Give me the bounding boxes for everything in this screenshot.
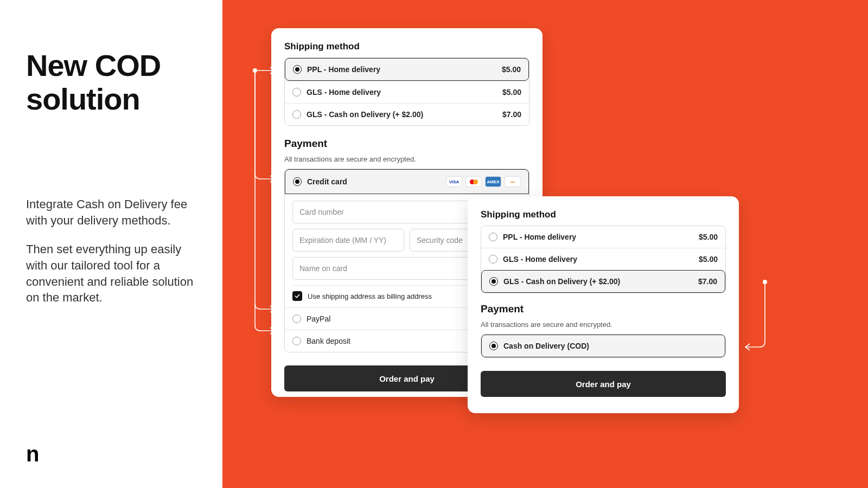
checkbox-checked-icon <box>292 291 302 301</box>
hero-title: New COD solution <box>26 49 222 115</box>
hero-paragraph-2: Then set everything up easily with our t… <box>26 241 194 306</box>
payment-title-a: Payment <box>284 138 529 150</box>
payment-title-b: Payment <box>481 303 726 315</box>
visa-icon: VISA <box>446 176 462 187</box>
shipping-option-price: $5.00 <box>502 88 521 97</box>
radio-selected-icon <box>293 177 302 186</box>
shipping-option-price: $5.00 <box>699 255 718 264</box>
shipping-option-ppl[interactable]: PPL - Home delivery $5.00 <box>481 226 725 248</box>
shipping-option-gls[interactable]: GLS - Home delivery $5.00 <box>481 248 725 270</box>
payment-subtitle-b: All transactions are secure and encrypte… <box>481 320 726 329</box>
cod-label: Cash on Delivery (COD) <box>503 342 589 350</box>
hero-body: Integrate Cash on Delivery fee with your… <box>26 196 194 319</box>
billing-checkbox-label: Use shipping address as billing address <box>308 292 432 300</box>
shipping-option-label: GLS - Home delivery <box>307 88 381 97</box>
payment-option-cod[interactable]: Cash on Delivery (COD) <box>481 335 725 357</box>
shipping-option-gls[interactable]: GLS - Home delivery $5.00 <box>285 81 529 103</box>
amex-icon: AMEX <box>485 176 501 187</box>
shipping-options-b: PPL - Home delivery $5.00 GLS - Home del… <box>481 226 726 293</box>
radio-icon <box>489 255 497 264</box>
shipping-options-a: PPL - Home delivery $5.00 GLS - Home del… <box>284 57 529 126</box>
discover-icon: ••• <box>505 176 521 187</box>
order-and-pay-button[interactable]: Order and pay <box>481 371 726 397</box>
mastercard-icon <box>465 176 482 187</box>
shipping-title-b: Shipping method <box>481 209 726 220</box>
shipping-option-gls-cod[interactable]: GLS - Cash on Delivery (+ $2.00) $7.00 <box>285 103 529 125</box>
checkout-panel-b: Shipping method PPL - Home delivery $5.0… <box>468 196 739 413</box>
shipping-option-price: $7.00 <box>502 110 521 119</box>
shipping-option-label: GLS - Cash on Delivery (+ $2.00) <box>307 110 423 119</box>
payment-option-credit-card[interactable]: Credit card VISA AMEX ••• <box>285 169 529 194</box>
payment-alt-label: PayPal <box>307 314 330 323</box>
left-pane: New COD solution Integrate Cash on Deliv… <box>0 0 222 488</box>
radio-selected-icon <box>489 277 498 286</box>
shipping-option-price: $7.00 <box>698 277 717 286</box>
shipping-option-label: GLS - Home delivery <box>503 255 577 264</box>
shipping-option-label: PPL - Home delivery <box>307 65 380 74</box>
shipping-option-gls-cod[interactable]: GLS - Cash on Delivery (+ $2.00) $7.00 <box>481 270 725 293</box>
payment-options-b: Cash on Delivery (COD) <box>481 334 726 358</box>
credit-card-label: Credit card <box>307 177 347 186</box>
radio-selected-icon <box>489 342 498 350</box>
card-expiry-input[interactable] <box>292 229 404 252</box>
radio-icon <box>292 88 301 97</box>
shipping-section-b: Shipping method <box>481 209 726 220</box>
radio-icon <box>489 233 497 241</box>
hero-paragraph-1: Integrate Cash on Delivery fee with your… <box>26 196 194 228</box>
shipping-option-ppl[interactable]: PPL - Home delivery $5.00 <box>285 58 529 81</box>
radio-selected-icon <box>293 65 302 74</box>
shipping-title-a: Shipping method <box>284 41 529 52</box>
radio-icon <box>292 337 301 345</box>
card-brand-icons: VISA AMEX ••• <box>446 176 521 187</box>
radio-icon <box>292 110 301 119</box>
payment-alt-label: Bank deposit <box>307 337 350 345</box>
payment-subtitle-a: All transactions are secure and encrypte… <box>284 155 529 163</box>
shipping-option-price: $5.00 <box>502 65 521 74</box>
shipping-section-a: Shipping method <box>284 41 529 52</box>
shipping-option-price: $5.00 <box>699 233 718 241</box>
shipping-option-label: GLS - Cash on Delivery (+ $2.00) <box>503 277 620 286</box>
brand-logo: n <box>26 442 36 466</box>
shipping-option-label: PPL - Home delivery <box>503 233 576 241</box>
payment-section-b: Payment All transactions are secure and … <box>481 303 726 329</box>
payment-section-a: Payment All transactions are secure and … <box>284 138 529 163</box>
radio-icon <box>292 314 301 323</box>
